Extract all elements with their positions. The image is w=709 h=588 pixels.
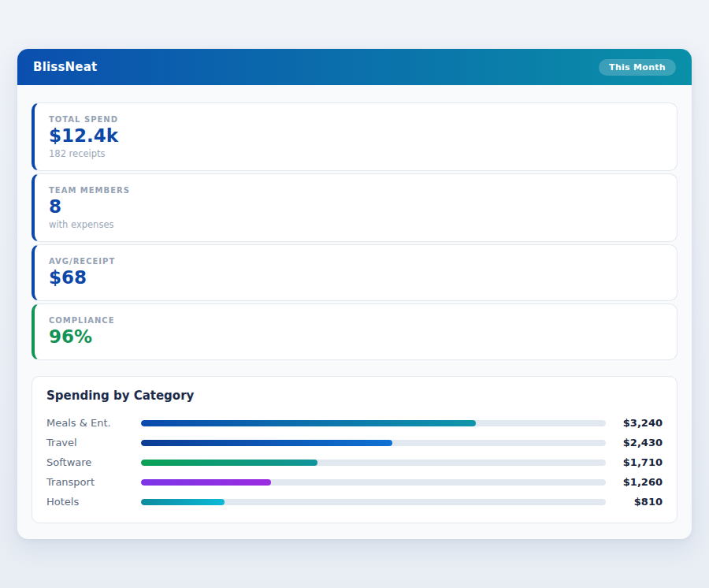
spending-by-category-card: Spending by Category Meals & Ent.$3,240T… bbox=[32, 376, 677, 523]
stat-card-list: TOTAL SPEND$12.4k182 receiptsTEAM MEMBER… bbox=[32, 102, 677, 360]
category-row: Software$1,710 bbox=[46, 452, 663, 472]
category-label: Meals & Ent. bbox=[46, 417, 141, 429]
category-bar-fill bbox=[141, 479, 271, 486]
category-label: Transport bbox=[46, 476, 141, 488]
category-bar-list: Meals & Ent.$3,240Travel$2,430Software$1… bbox=[46, 413, 663, 512]
stat-label: AVG/RECEIPT bbox=[49, 257, 663, 266]
stat-label: TEAM MEMBERS bbox=[49, 186, 663, 195]
stat-subtitle: with expenses bbox=[49, 219, 663, 230]
stat-label: TOTAL SPEND bbox=[49, 115, 663, 124]
stat-value: $68 bbox=[49, 268, 663, 288]
category-amount: $810 bbox=[614, 496, 663, 508]
stat-card-avg-receipt: AVG/RECEIPT$68 bbox=[32, 244, 677, 301]
category-bar-fill bbox=[141, 440, 392, 446]
category-row: Transport$1,260 bbox=[46, 472, 663, 492]
stat-label: COMPLIANCE bbox=[49, 316, 663, 325]
category-label: Hotels bbox=[46, 496, 141, 508]
stat-card-team-members: TEAM MEMBERS8with expenses bbox=[32, 173, 677, 242]
stat-value: 96% bbox=[49, 327, 663, 347]
category-bar-track bbox=[141, 440, 606, 446]
stat-value: 8 bbox=[49, 197, 663, 217]
category-bar-track bbox=[141, 420, 606, 426]
app-title: BlissNeat bbox=[33, 60, 97, 74]
category-bar-track bbox=[141, 460, 606, 466]
stat-value: $12.4k bbox=[49, 126, 663, 146]
stat-card-compliance: COMPLIANCE96% bbox=[32, 303, 677, 360]
app-window: BlissNeat This Month TOTAL SPEND$12.4k18… bbox=[17, 49, 692, 539]
category-amount: $2,430 bbox=[614, 437, 663, 448]
category-row: Meals & Ent.$3,240 bbox=[46, 413, 663, 433]
stat-subtitle: 182 receipts bbox=[49, 148, 663, 159]
category-bar-track bbox=[141, 479, 606, 486]
dashboard-content: TOTAL SPEND$12.4k182 receiptsTEAM MEMBER… bbox=[17, 85, 692, 539]
category-amount: $1,260 bbox=[614, 476, 663, 488]
app-header: BlissNeat This Month bbox=[17, 49, 692, 85]
category-label: Travel bbox=[46, 437, 141, 448]
category-row: Hotels$810 bbox=[46, 492, 663, 512]
category-bar-track bbox=[141, 499, 606, 505]
category-amount: $1,710 bbox=[614, 456, 663, 468]
category-amount: $3,240 bbox=[614, 417, 663, 429]
category-bar-fill bbox=[141, 460, 317, 466]
section-title: Spending by Category bbox=[46, 389, 663, 403]
category-label: Software bbox=[46, 456, 141, 468]
period-badge[interactable]: This Month bbox=[599, 59, 676, 76]
stat-card-total-spend: TOTAL SPEND$12.4k182 receipts bbox=[32, 102, 677, 171]
category-bar-fill bbox=[141, 499, 225, 505]
category-row: Travel$2,430 bbox=[46, 433, 663, 452]
category-bar-fill bbox=[141, 420, 476, 426]
